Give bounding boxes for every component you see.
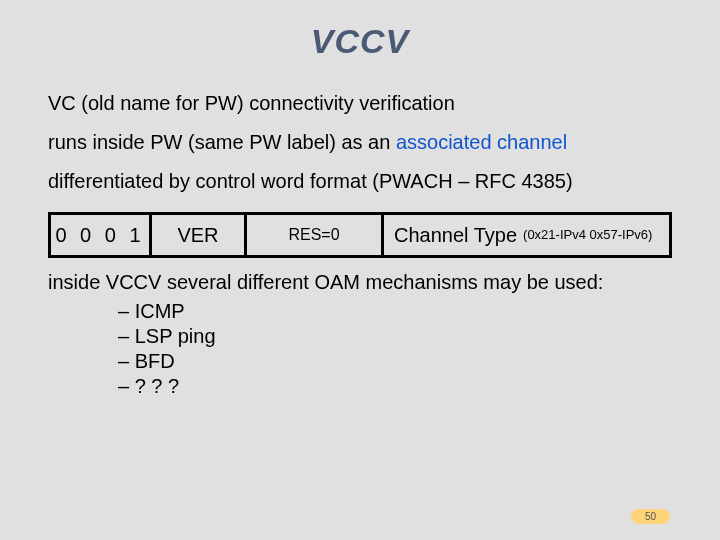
associated-channel: associated channel <box>396 131 567 153</box>
field-ver: VER <box>152 215 247 255</box>
line-oam-intro: inside VCCV several different OAM mechan… <box>48 270 672 295</box>
list-item: LSP ping <box>118 324 672 349</box>
field-res: RES=0 <box>247 215 384 255</box>
field-bits: 0 0 0 1 <box>51 215 152 255</box>
channel-type-values: (0x21-IPv4 0x57-IPv6) <box>523 227 652 243</box>
line-differentiated: differentiated by control word format (P… <box>48 169 672 194</box>
list-item: ? ? ? <box>118 374 672 399</box>
field-channel-type: Channel Type (0x21-IPv4 0x57-IPv6) <box>384 215 669 255</box>
slide-body: VC (old name for PW) connectivity verifi… <box>0 61 720 399</box>
slide-title: VCCV <box>0 0 720 61</box>
oam-mechanism-list: ICMP LSP ping BFD ? ? ? <box>48 299 672 399</box>
list-item: ICMP <box>118 299 672 324</box>
list-item: BFD <box>118 349 672 374</box>
pwach-diagram: 0 0 0 1 VER RES=0 Channel Type (0x21-IPv… <box>48 212 672 258</box>
line-runs-inside: runs inside PW (same PW label) as an ass… <box>48 130 672 155</box>
line-vc-definition: VC (old name for PW) connectivity verifi… <box>48 91 672 116</box>
page-number-badge: 50 <box>631 509 670 524</box>
channel-type-label: Channel Type <box>394 223 517 248</box>
runs-inside-text: runs inside PW (same PW label) as an <box>48 131 396 153</box>
